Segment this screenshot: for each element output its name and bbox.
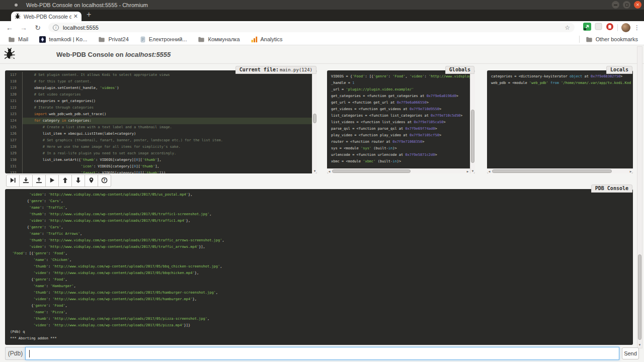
scroll-down-icon[interactable]: ▼ (637, 343, 642, 347)
console-line: 'Food': [{'genre': 'Food', (5, 250, 631, 257)
bookmark-star-icon[interactable]: ☆ (565, 24, 570, 31)
map-marker-icon (88, 176, 95, 186)
line-number: 125 (5, 124, 22, 131)
close-button[interactable]: × (634, 1, 641, 9)
up-button[interactable] (58, 174, 72, 187)
toolbar-separator (617, 24, 618, 31)
locals-tab: Locals (606, 66, 632, 74)
forward-icon[interactable]: → (19, 24, 28, 32)
continue-button[interactable] (45, 174, 59, 187)
tab-close-icon[interactable]: ✕ (73, 13, 78, 20)
scroll-left-icon[interactable]: ◀ (327, 169, 332, 173)
analytics-icon (251, 36, 258, 43)
locals-line: web_pdb = <module 'web_pdb' from '/home/… (487, 80, 631, 86)
line-number: 126 (5, 131, 22, 137)
return-button[interactable] (32, 174, 46, 187)
code-line: 121 categories = get_categories() (5, 98, 312, 105)
browser-menu-icon[interactable]: ⋮ (634, 24, 640, 31)
console-line: 'name': 'Pizza', (5, 309, 631, 316)
code-panel: Current file:main.py(124) 117 # Set plug… (5, 70, 317, 173)
locals-hscrollbar[interactable]: ◀ ▶ (487, 168, 633, 173)
scrollbar-thumb[interactable] (638, 254, 641, 340)
code-line: 124 for category in categories: (5, 118, 312, 124)
down-button[interactable] (71, 174, 85, 187)
line-number: 121 (5, 98, 22, 105)
step-forward-icon (10, 176, 16, 186)
new-tab-button[interactable]: + (87, 10, 91, 19)
help-button[interactable]: ? (98, 174, 111, 187)
step-button[interactable] (19, 174, 33, 187)
other-bookmarks[interactable]: Other bookmarks (579, 36, 638, 43)
extensions-area: ⋮ (580, 23, 640, 33)
globals-line: sys = <module 'sys' (built-in)> (327, 145, 470, 152)
globals-line: parse_qsl = <function parse_qsl at 0x7f9… (327, 126, 470, 132)
scrollbar-thumb[interactable] (492, 169, 612, 173)
line-number: 132 (5, 170, 22, 173)
line-number: 123 (5, 111, 22, 118)
scrollbar-thumb[interactable] (471, 110, 474, 163)
bookmark-item[interactable]: Mail (8, 36, 28, 43)
window-controls: × (608, 1, 641, 9)
green-extension-icon[interactable] (583, 23, 591, 33)
line-number: 124 (5, 118, 22, 124)
red-extension-icon[interactable] (606, 23, 614, 33)
reload-icon[interactable]: ↻ (33, 24, 42, 32)
command-input[interactable] (25, 347, 619, 360)
line-number: 119 (5, 85, 22, 92)
scrollbar-thumb[interactable] (313, 114, 316, 123)
console-line: *** Aborting addon *** (5, 335, 631, 342)
current-file-name: main.py(124) (280, 67, 312, 72)
locals-line: categories = <dictionary-keyiterator obj… (487, 73, 631, 80)
bookmark-item[interactable]: Analytics (251, 36, 283, 43)
console-line: 'name': 'Hamburger', (5, 283, 631, 290)
bookmark-item[interactable]: Коммуналка (198, 36, 239, 43)
bookmarks-separator (579, 36, 580, 43)
scroll-down-icon[interactable]: ▼ (470, 169, 475, 173)
gray-extension-icon[interactable] (595, 23, 602, 32)
kodi-icon (39, 36, 46, 43)
bookmark-item[interactable]: teamkodi | Ko... (39, 36, 87, 43)
window-titlebar: Web-PDB Console on localhost:5555 - Chro… (0, 0, 644, 10)
console-line: 'thumb': 'http://www.vidsplay.com/wp-con… (5, 263, 631, 270)
where-button[interactable] (85, 174, 98, 187)
folder-icon (8, 36, 15, 43)
globals-hscrollbar[interactable]: ◀ ▶ (327, 168, 470, 173)
globals-panel: Globals VIDEOS = {'Food': [{'genre': 'Fo… (327, 70, 475, 173)
line-number: 118 (5, 78, 22, 85)
globals-vscrollbar[interactable]: ▼ (470, 70, 475, 173)
maximize-icon (625, 4, 628, 7)
line-number: 129 (5, 150, 22, 157)
locals-panel: Locals categories = <dictionary-keyitera… (487, 70, 633, 173)
globals-line: list_categories = <function list_categor… (327, 113, 470, 119)
page-scrollbar[interactable]: ▼ (637, 46, 642, 348)
globals-line: xbmc = <module 'xbmc' (built-in)> (327, 158, 470, 165)
console-line: 'name': 'Traffic Arrows', (5, 231, 631, 237)
scroll-right-icon[interactable]: ▶ (628, 169, 633, 173)
back-icon[interactable]: ← (5, 24, 14, 32)
next-button[interactable] (6, 174, 20, 187)
console-line: 'name': 'Chicken', (5, 257, 631, 263)
browser-tab[interactable]: Web-PDB Console on loca ✕ (11, 12, 82, 21)
globals-line: get_url = <function get_url at 0x7f9e6a0… (327, 100, 470, 106)
console-line: 'video': 'http://www.vidsplay.com/wp-con… (5, 192, 631, 198)
send-button[interactable]: Send (622, 347, 639, 359)
code-scrollbar[interactable]: ▼ (312, 70, 317, 173)
scrollbar-thumb[interactable] (332, 169, 411, 173)
scroll-right-icon[interactable]: ▶ (465, 169, 470, 173)
document-icon (140, 36, 146, 43)
address-bar[interactable]: i localhost:5555 ☆ (48, 23, 575, 32)
scroll-left-icon[interactable]: ◀ (487, 169, 492, 173)
scroll-down-icon[interactable]: ▼ (312, 169, 317, 173)
folder-icon (198, 36, 205, 43)
locals-listing: categories = <dictionary-keyiterator obj… (487, 73, 631, 168)
help-icon: ? (101, 176, 108, 186)
minimize-button[interactable] (612, 1, 619, 9)
bookmark-item[interactable]: Електронний... (140, 36, 187, 43)
code-line: 130 list_item.setArt({'thumb': VIDEOS[ca… (5, 157, 312, 163)
profile-avatar[interactable] (621, 23, 630, 32)
maximize-button[interactable] (623, 1, 630, 9)
bookmark-item[interactable]: Privat24 (98, 36, 128, 43)
site-info-icon[interactable]: i (53, 25, 59, 31)
globals-tab: Globals (445, 66, 474, 74)
globals-line: list_videos = <function list_videos at 0… (327, 119, 470, 126)
